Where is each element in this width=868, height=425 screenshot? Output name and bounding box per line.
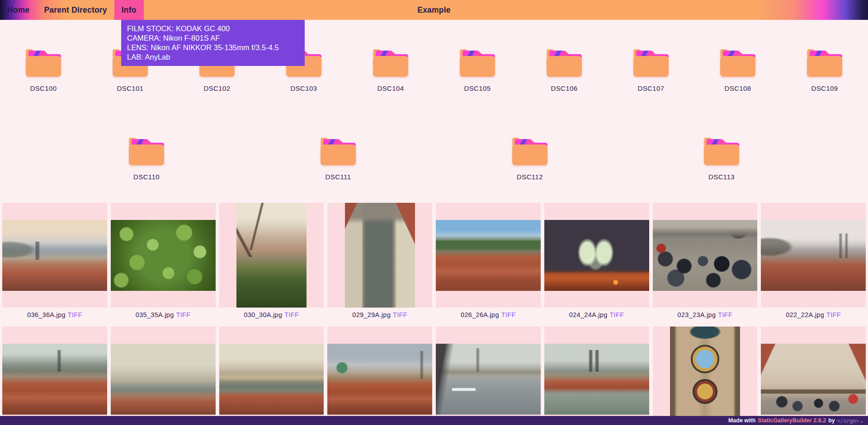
thumbnail-link[interactable] (436, 203, 541, 308)
folder-item-dsc108[interactable]: DSC108 (719, 47, 757, 92)
folder-item-dsc107[interactable]: DSC107 (632, 47, 670, 92)
folder-item-dsc100[interactable]: DSC100 (24, 47, 62, 92)
folder-label: DSC108 (719, 85, 757, 92)
footer-builder-link[interactable]: StaticGalleryBuilder 2.6.2 (758, 417, 826, 424)
folder-item-dsc112[interactable]: DSC112 (511, 136, 549, 181)
folder-item-dsc113[interactable]: DSC113 (703, 136, 741, 181)
photo-label: 030_30A.jpgTIFF (219, 311, 324, 319)
photo-filename: 036_36A.jpg (27, 311, 66, 318)
folder-item-dsc104[interactable]: DSC104 (372, 47, 410, 92)
folder-label: DSC105 (458, 85, 496, 92)
gallery-item (219, 327, 324, 425)
photo-filename: 035_35A.jpg (136, 311, 174, 318)
tooltip-camera: CAMERA: Nikon F-801S AF (127, 33, 299, 43)
photo-filename: 030_30A.jpg (244, 311, 283, 318)
top-nav: Home Parent Directory Info Example (0, 0, 868, 20)
gallery-item (544, 327, 649, 425)
footer-bar: Made with StaticGalleryBuilder 2.6.2 by … (0, 416, 868, 425)
photo-label: 029_29A.jpgTIFF (327, 311, 432, 319)
photo-label: 024_24A.jpgTIFF (544, 311, 649, 319)
gallery-item (327, 327, 432, 425)
gallery-item (2, 327, 107, 425)
folder-icon (703, 136, 740, 166)
folder-item-dsc110[interactable]: DSC110 (127, 136, 165, 181)
gallery-item: 029_29A.jpgTIFF (327, 203, 432, 319)
photo-grid: 036_36A.jpgTIFF 035_35A.jpgTIFF 030_30A.… (0, 203, 868, 425)
thumbnail-link[interactable] (544, 327, 649, 425)
folder-label: DSC104 (372, 85, 410, 92)
folder-icon (25, 47, 61, 77)
tiff-link[interactable]: TIFF (68, 311, 82, 318)
folder-label: DSC102 (198, 85, 236, 92)
thumbnail-link[interactable] (653, 327, 758, 425)
footer-by: by (828, 417, 835, 424)
tiff-link[interactable]: TIFF (826, 311, 841, 318)
folder-icon (320, 136, 356, 166)
photo-filename: 029_29A.jpg (352, 311, 391, 318)
tiff-link[interactable]: TIFF (501, 311, 516, 318)
photo-river-cathedral (544, 344, 649, 415)
photo-tree-vista (236, 203, 307, 308)
info-tooltip: FILM STOCK: KODAK GC 400 CAMERA: Nikon F… (121, 20, 305, 66)
photo-castle-roofs (2, 344, 107, 415)
thumbnail-link[interactable] (2, 203, 107, 308)
photo-filename: 026_26A.jpg (461, 311, 499, 318)
folder-label: DSC100 (24, 85, 62, 92)
folder-label: DSC101 (111, 85, 149, 92)
folder-item-dsc111[interactable]: DSC111 (319, 136, 357, 181)
folder-item-dsc105[interactable]: DSC105 (458, 47, 496, 92)
photo-aerial-street (345, 203, 415, 308)
thumbnail-link[interactable] (111, 327, 216, 425)
tiff-link[interactable]: TIFF (393, 311, 407, 318)
thumbnail-link[interactable] (2, 327, 107, 425)
tiff-link[interactable]: TIFF (176, 311, 191, 318)
thumbnail-link[interactable] (111, 203, 216, 308)
tooltip-lens: LENS: Nikon AF NIKKOR 35-135mm f/3.5-4.5 (127, 43, 299, 52)
gallery-item: 024_24A.jpgTIFF (544, 203, 649, 319)
photo-city-pale (761, 220, 866, 291)
photo-foliage (111, 220, 216, 291)
photo-night-church (544, 220, 649, 291)
thumbnail-link[interactable] (219, 327, 324, 425)
tiff-link[interactable]: TIFF (718, 311, 732, 318)
folder-item-dsc109[interactable]: DSC109 (806, 47, 844, 92)
folder-icon (459, 47, 495, 77)
photo-astro-clock (670, 327, 740, 425)
nav-item-home[interactable]: Home (0, 0, 37, 20)
gallery-item: 023_23A.jpgTIFF (653, 203, 758, 319)
folder-label: DSC113 (703, 173, 741, 181)
footer-made-with: Made with (728, 417, 755, 424)
folder-item-dsc106[interactable]: DSC106 (545, 47, 583, 92)
gallery-item: 026_26A.jpgTIFF (436, 203, 541, 319)
photo-label: 036_36A.jpgTIFF (2, 311, 107, 319)
photo-square-crowd (761, 344, 866, 415)
tooltip-film-stock: FILM STOCK: KODAK GC 400 (127, 24, 299, 33)
thumbnail-link[interactable] (544, 203, 649, 308)
tiff-link[interactable]: TIFF (284, 311, 299, 318)
thumbnail-link[interactable] (327, 327, 432, 425)
tiff-link[interactable]: TIFF (610, 311, 624, 318)
thumbnail-link[interactable] (761, 203, 866, 308)
folder-icon (807, 47, 843, 77)
thumbnail-link[interactable] (436, 327, 541, 425)
photo-river-town (219, 344, 324, 415)
thumbnail-link[interactable] (761, 327, 866, 425)
photo-bridge-crowd (653, 220, 758, 291)
photo-hazy-river (111, 344, 216, 415)
thumbnail-link[interactable] (327, 203, 432, 308)
thumbnail-link[interactable] (653, 203, 758, 308)
folder-label: DSC109 (806, 85, 844, 92)
srgn-logo-link[interactable]: </srgn> (837, 417, 859, 424)
folder-icon (512, 136, 548, 166)
photo-label: 022_22A.jpgTIFF (761, 311, 866, 319)
folder-icon (546, 47, 582, 77)
photo-bridge-statue (436, 344, 541, 415)
folder-row-2: DSC110 DSC111 DSC112 DSC113 (0, 136, 868, 181)
photo-label: 023_23A.jpgTIFF (653, 311, 758, 319)
nav-item-info[interactable]: Info (114, 0, 144, 20)
nav-item-parent-directory[interactable]: Parent Directory (37, 0, 114, 20)
photo-label: 026_26A.jpgTIFF (436, 311, 541, 319)
folder-label: DSC106 (545, 85, 583, 92)
footer-period: . (861, 417, 863, 424)
thumbnail-link[interactable] (219, 203, 324, 308)
